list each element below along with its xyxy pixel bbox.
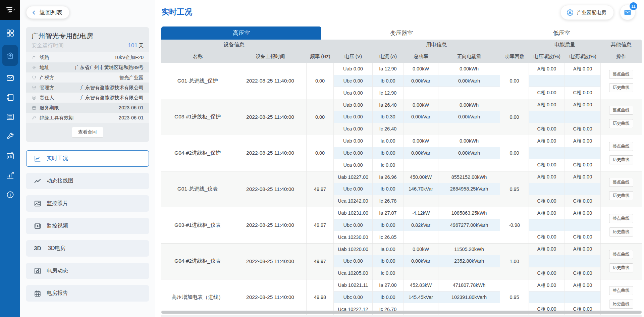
history-curve-button[interactable]: 历史曲线 xyxy=(609,119,633,128)
sidebar-item-home[interactable] xyxy=(2,45,18,66)
notifications-button[interactable]: 11 xyxy=(620,5,635,20)
history-curve-button[interactable]: 历史曲线 xyxy=(609,263,633,272)
current-harmonic-cell xyxy=(565,219,601,231)
current-cell: Ib 0.00 xyxy=(373,147,404,159)
hourly-curve-button[interactable]: 整点曲线 xyxy=(609,70,633,79)
horizontal-scrollbar[interactable] xyxy=(161,311,642,314)
apps-icon xyxy=(6,29,14,37)
sidebar-item-about[interactable] xyxy=(3,187,17,202)
menu-item-label: 监控照片 xyxy=(47,200,68,207)
safe-runtime-row: 安全运行时间 101 天 xyxy=(26,41,149,52)
menu-item-room-dynamics[interactable]: 电房动态 xyxy=(26,263,149,279)
sidebar-item-records[interactable] xyxy=(3,109,17,124)
voltage-harmonic-cell xyxy=(529,147,565,159)
hourly-curve-button[interactable]: 整点曲线 xyxy=(609,250,633,259)
device-row: G04-#2进线柜_仪表2022-08-25 11:40:0049.97Uab … xyxy=(161,244,642,280)
photo-icon xyxy=(34,200,41,207)
voltage-harmonic-cell: A相 0.00 xyxy=(529,99,565,111)
voltage-harmonic-cell: A相 0.00 xyxy=(529,135,565,147)
3d-icon: 3D xyxy=(34,245,43,252)
sidebar-item-notebook[interactable] xyxy=(3,90,17,105)
col-header-voltage: 电压 (V) xyxy=(334,50,373,63)
menu-item-videos[interactable]: 监控视频 xyxy=(26,218,149,234)
current-cell: Ic 26.78 xyxy=(373,195,404,207)
current-harmonic-cell xyxy=(565,147,601,159)
row-actions-cell: 整点曲线历史曲线 xyxy=(601,244,641,279)
current-cell: Ib 0.00 xyxy=(373,255,404,267)
hourly-curve-button[interactable]: 整点曲线 xyxy=(609,106,633,115)
hourly-curve-button[interactable]: 整点曲线 xyxy=(609,286,633,295)
power-cell: 146.70kVar xyxy=(404,183,438,195)
group-header-other-info: 其他信息 xyxy=(601,40,641,50)
field-row-address: 地址 广东省广州市黄埔区瑞和路89号 xyxy=(26,62,149,72)
user-account-label: 产业园配电房 xyxy=(577,9,606,16)
energy-cell: 0.00kWh xyxy=(438,135,500,147)
frequency-cell: 49.97 xyxy=(307,244,334,279)
voltage-cell: Ubc 0.00 xyxy=(334,183,373,195)
field-row-manager: 管理方 广东智有盈能源技术有限公司 xyxy=(26,83,149,93)
field-value: 10kV企加F20 xyxy=(114,54,144,61)
field-label: 责任人 xyxy=(40,95,54,101)
energy-cell xyxy=(438,87,500,99)
view-contract-button[interactable]: 查看合同 xyxy=(72,127,103,138)
field-value: 智光产业园 xyxy=(119,74,144,81)
voltage-harmonic-cell xyxy=(529,111,565,123)
energy-cell xyxy=(438,195,500,207)
menu-item-room-reports[interactable]: 电房报告 xyxy=(26,285,149,302)
power-cell: 0.00kW xyxy=(404,99,438,111)
sidebar-item-maintenance[interactable] xyxy=(3,129,17,144)
history-curve-button[interactable]: 历史曲线 xyxy=(609,227,633,236)
current-cell: Ib 0.30 xyxy=(373,111,404,123)
trend-icon xyxy=(6,171,14,179)
sidebar-items xyxy=(2,25,18,207)
menu-item-photos[interactable]: 监控照片 xyxy=(26,195,149,212)
history-curve-button[interactable]: 历史曲线 xyxy=(609,155,633,164)
energy-cell: 0.00kVarh xyxy=(438,111,500,123)
field-label: 管理方 xyxy=(40,85,54,91)
menu-item-wiring-diagram[interactable]: 动态接线图 xyxy=(26,173,149,189)
voltage-harmonic-cell: C相 0.00 xyxy=(529,87,565,99)
energy-cell xyxy=(438,123,500,135)
current-harmonic-cell: C相 0.00 xyxy=(565,87,601,99)
tab-high-voltage-room[interactable]: 高压室 xyxy=(161,27,321,40)
current-harmonic-cell: A相 0.00 xyxy=(565,135,601,147)
report-time-cell: 2022-08-25 11:40:00 xyxy=(234,207,307,243)
report-icon xyxy=(34,290,41,297)
hourly-curve-button[interactable]: 整点曲线 xyxy=(609,178,633,187)
power-factor-cell: 0.00 xyxy=(500,99,529,135)
voltage-cell: Ubc 0.00 xyxy=(334,111,373,123)
menu-item-3d-room[interactable]: 3D 3D电房 xyxy=(26,240,149,257)
field-value: 广东智有盈能源技术有限公司 xyxy=(80,95,144,101)
station-name: 广州智光专用配电房 xyxy=(26,32,149,41)
row-actions-cell: 整点曲线历史曲线 xyxy=(601,207,641,243)
field-label: 产权方 xyxy=(40,74,54,81)
sidebar-item-messages[interactable] xyxy=(3,70,17,85)
current-harmonic-cell: A相 0.00 xyxy=(565,244,601,256)
back-to-list-button[interactable]: 返回列表 xyxy=(26,6,69,19)
history-curve-button[interactable]: 历史曲线 xyxy=(609,191,633,200)
frequency-cell: 0.00 xyxy=(307,135,334,171)
wrench-icon xyxy=(32,115,37,120)
menu-item-realtime[interactable]: 实时工况 xyxy=(26,150,149,167)
history-curve-button[interactable]: 历史曲线 xyxy=(609,83,633,92)
current-harmonic-cell xyxy=(565,75,601,87)
device-row: G03-#1进线柜_仪表2022-08-25 11:40:0049.97Uab … xyxy=(161,207,642,244)
voltage-harmonic-cell xyxy=(529,219,565,231)
hourly-curve-button[interactable]: 整点曲线 xyxy=(609,214,633,223)
sidebar-item-analysis[interactable] xyxy=(3,168,17,182)
tab-low-voltage-room[interactable]: 低压室 xyxy=(482,27,642,40)
energy-cell: 0.00kWh xyxy=(438,63,500,75)
device-name-cell: G04-#2进线柜_仪表 xyxy=(161,244,234,279)
info-icon xyxy=(6,191,14,199)
sidebar-item-apps[interactable] xyxy=(3,25,17,40)
field-value: 广东智有盈能源技术有限公司 xyxy=(80,85,144,91)
voltage-cell: Uab 10220.00 xyxy=(334,244,373,256)
voltage-harmonic-cell xyxy=(529,75,565,87)
user-account-button[interactable]: 产业园配电房 xyxy=(560,5,614,20)
voltage-harmonic-cell: C相 0.00 xyxy=(529,159,565,171)
hourly-curve-button[interactable]: 整点曲线 xyxy=(609,142,633,151)
table-body: G01-总进线_保护2022-08-25 11:40:000.00Uab 0.0… xyxy=(161,63,642,316)
tab-transformer-room[interactable]: 变压器室 xyxy=(321,27,481,40)
sidebar-item-statistics[interactable] xyxy=(3,148,17,163)
history-curve-button[interactable]: 历史曲线 xyxy=(609,300,633,309)
